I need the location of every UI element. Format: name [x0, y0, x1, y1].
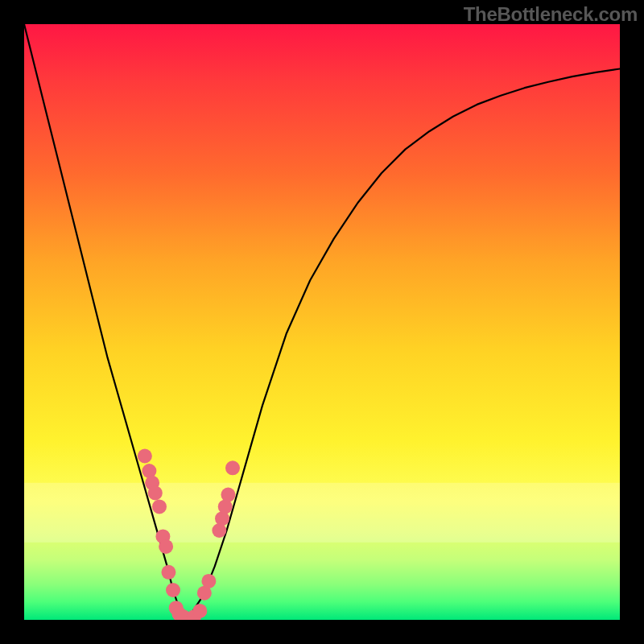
marker-dot: [225, 460, 240, 475]
chart-svg: [24, 24, 620, 620]
chart-frame: TheBottleneck.com: [0, 0, 644, 644]
marker-dot: [201, 574, 216, 588]
marker-dot: [166, 583, 180, 597]
marker-dot: [152, 499, 167, 514]
watermark-text: TheBottleneck.com: [464, 3, 638, 26]
marker-dot: [161, 565, 175, 580]
plot-area: [24, 24, 620, 620]
marker-dot: [221, 488, 235, 502]
marker-dot: [138, 449, 152, 464]
marker-dot: [192, 604, 207, 618]
pale-band: [24, 483, 620, 543]
marker-dot: [159, 539, 173, 554]
marker-dot: [148, 485, 163, 500]
